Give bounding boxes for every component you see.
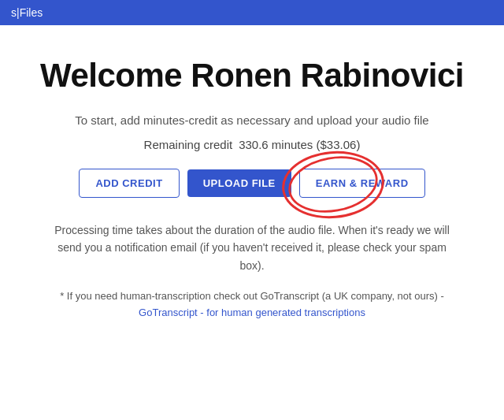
human-transcription-text: * If you need human-transcription check … xyxy=(60,290,444,302)
go-transcript-link[interactable]: GoTranscript - for human generated trans… xyxy=(139,307,365,318)
earn-reward-button[interactable]: EARN & REWARD xyxy=(299,169,425,198)
main-content: Welcome Ronen Rabinovici To start, add m… xyxy=(0,25,504,337)
nav-label: s|Files xyxy=(11,6,43,19)
credit-label: Remaining credit xyxy=(144,138,233,151)
buttons-row: ADD CREDIT UPLOAD FILE EARN & REWARD xyxy=(79,169,424,198)
welcome-title: Welcome Ronen Rabinovici xyxy=(40,57,464,95)
human-transcription-note: * If you need human-transcription check … xyxy=(60,288,444,322)
credit-info: Remaining credit 330.6 minutes ($33.06) xyxy=(144,138,361,151)
earn-reward-wrapper: EARN & REWARD xyxy=(299,169,425,198)
credit-amount: 330.6 minutes ($33.06) xyxy=(239,138,360,151)
subtitle-text: To start, add minutes-credit as necessar… xyxy=(75,113,428,127)
upload-file-button[interactable]: UPLOAD FILE xyxy=(187,169,291,197)
processing-note: Processing time takes about the duration… xyxy=(47,221,457,274)
top-nav: s|Files xyxy=(0,0,504,25)
add-credit-button[interactable]: ADD CREDIT xyxy=(79,169,179,198)
